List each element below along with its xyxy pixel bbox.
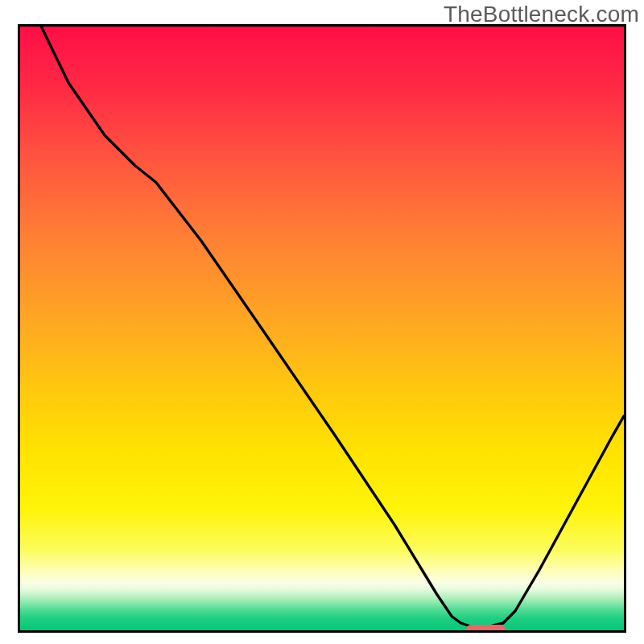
bottleneck-curve bbox=[20, 27, 624, 630]
optimal-marker bbox=[466, 625, 506, 633]
chart-frame: TheBottleneck.com bbox=[0, 0, 644, 644]
plot-area bbox=[18, 24, 626, 633]
